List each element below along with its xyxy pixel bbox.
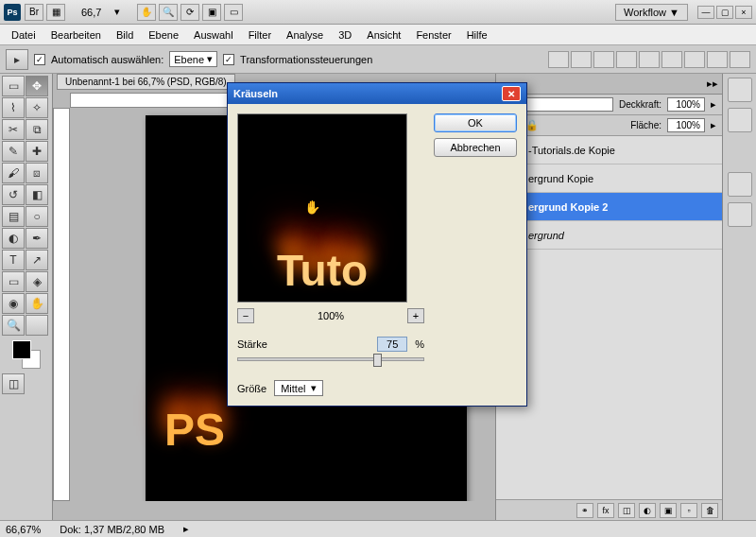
transform-label: Transformationssteuerungen <box>240 54 372 65</box>
menu-3d[interactable]: 3D <box>331 27 359 43</box>
dodge-tool[interactable]: ◐ <box>2 228 25 249</box>
none <box>26 315 48 336</box>
fill-label: Fläche: <box>630 120 662 130</box>
history-tool[interactable]: ↺ <box>2 184 25 205</box>
arrange-icon[interactable]: ▭ <box>224 4 243 21</box>
align-icon[interactable] <box>662 51 682 68</box>
fx-icon[interactable]: fx <box>597 503 614 518</box>
menu-window[interactable]: Fenster <box>408 27 458 43</box>
gradient-tool[interactable]: ▤ <box>2 206 25 227</box>
blur-tool[interactable]: ○ <box>26 206 48 227</box>
layer-row[interactable]: ergrund Kopie <box>496 165 722 193</box>
shape-tool[interactable]: ▭ <box>2 271 25 292</box>
distrib-icon[interactable] <box>684 51 705 68</box>
layer-row[interactable]: -Tutorials.de Kopie <box>496 136 722 165</box>
bridge-icon[interactable]: Br <box>25 4 43 21</box>
layer-row[interactable]: ergrund <box>496 221 722 250</box>
cam-tool[interactable]: ◉ <box>2 293 25 314</box>
strength-input[interactable] <box>377 337 407 352</box>
size-dropdown[interactable]: Mittel▾ <box>274 380 323 396</box>
zoom-level: 100% <box>318 310 344 321</box>
color-panel-icon[interactable] <box>728 172 752 197</box>
distrib-icon[interactable] <box>707 51 728 68</box>
wand-tool[interactable]: ✧ <box>26 97 48 118</box>
align-icon[interactable] <box>571 51 592 68</box>
canvas-text: PS <box>164 404 225 456</box>
workspace-switcher[interactable]: Workflow ▼ <box>615 4 688 21</box>
autoselect-target[interactable]: Ebene ▾ <box>169 51 217 67</box>
adj-icon[interactable]: ◐ <box>639 503 656 518</box>
autoselect-checkbox[interactable]: ✓ <box>34 54 45 65</box>
status-zoom[interactable]: 66,67% <box>6 524 41 535</box>
dialog-close-icon[interactable]: ✕ <box>502 86 521 101</box>
film-icon[interactable]: ▦ <box>46 4 65 21</box>
heal-tool[interactable]: ✚ <box>26 141 48 162</box>
preview-text: Tuto <box>277 245 368 296</box>
trash-icon[interactable]: 🗑 <box>701 503 718 518</box>
lasso-tool[interactable]: ⌇ <box>2 97 25 118</box>
menu-layer[interactable]: Ebene <box>141 27 186 43</box>
tool-preset-icon[interactable]: ▸ <box>6 49 28 70</box>
ok-button[interactable]: OK <box>434 113 517 132</box>
eyedrop-tool[interactable]: ✎ <box>2 141 25 162</box>
styles-panel-icon[interactable] <box>728 202 752 227</box>
menu-filter[interactable]: Filter <box>241 27 279 43</box>
brush-tool[interactable]: 🖌 <box>2 163 25 183</box>
layer-row[interactable]: ergrund Kopie 2 <box>496 193 722 221</box>
restore-button[interactable]: ▢ <box>716 6 733 19</box>
path-tool[interactable]: ↗ <box>26 250 48 270</box>
zoom-readout[interactable]: 66,7 <box>76 5 107 20</box>
menu-file[interactable]: Datei <box>4 27 43 43</box>
menu-edit[interactable]: Bearbeiten <box>43 27 109 43</box>
align-icon[interactable] <box>616 51 637 68</box>
autoselect-label: Automatisch auswählen: <box>51 54 163 65</box>
status-doc[interactable]: Dok: 1,37 MB/2,80 MB <box>60 524 164 535</box>
zoom-in-button[interactable]: + <box>407 308 424 323</box>
color-swatch[interactable] <box>12 340 41 369</box>
zoom-out-button[interactable]: − <box>237 308 254 323</box>
stamp-tool[interactable]: ⧇ <box>26 163 48 183</box>
distrib-icon[interactable] <box>730 51 750 68</box>
document-tab[interactable]: Unbenannt-1 bei 66,7% (PSD, RGB/8) <box>57 74 235 90</box>
menu-help[interactable]: Hilfe <box>459 27 495 43</box>
char-panel-icon[interactable] <box>728 78 752 102</box>
quickmask-tool[interactable]: ◫ <box>2 373 25 394</box>
move-tool[interactable]: ✥ <box>26 76 48 96</box>
opacity-field[interactable]: 100% <box>667 97 705 112</box>
menu-image[interactable]: Bild <box>109 27 141 43</box>
align-icon[interactable] <box>593 51 614 68</box>
folder-icon[interactable]: ▣ <box>660 503 677 518</box>
link-icon[interactable]: ⚭ <box>576 503 593 518</box>
hand-icon[interactable]: ✋ <box>137 4 156 21</box>
opacity-label: Deckkraft: <box>619 99 662 110</box>
menu-select[interactable]: Auswahl <box>186 27 241 43</box>
transform-checkbox[interactable]: ✓ <box>223 54 234 65</box>
layer-list: -Tutorials.de Kopie ergrund Kopie ergrun… <box>496 136 722 499</box>
type-tool[interactable]: T <box>2 250 25 270</box>
marquee-tool[interactable]: ▭ <box>2 76 25 96</box>
menu-analyse[interactable]: Analyse <box>279 27 331 43</box>
close-button[interactable]: × <box>735 6 752 19</box>
screen-mode-icon[interactable]: ▣ <box>202 4 221 21</box>
mask-icon[interactable]: ◫ <box>618 503 635 518</box>
zoom-tool[interactable]: 🔍 <box>2 315 25 336</box>
cancel-button[interactable]: Abbrechen <box>434 138 517 157</box>
pen-tool[interactable]: ✒ <box>26 228 48 249</box>
zoom-icon[interactable]: 🔍 <box>159 4 178 21</box>
preview-area[interactable]: Tuto ✋ <box>237 113 407 303</box>
hand-tool[interactable]: ✋ <box>26 293 48 314</box>
new-icon[interactable]: ▫ <box>680 503 697 518</box>
3d-tool[interactable]: ◈ <box>26 271 48 292</box>
align-icon[interactable] <box>639 51 660 68</box>
rotate-icon[interactable]: ⟳ <box>180 4 199 21</box>
slice-tool[interactable]: ⧉ <box>26 119 48 140</box>
menu-bar: Datei Bearbeiten Bild Ebene Auswahl Filt… <box>0 25 756 45</box>
align-icon[interactable] <box>548 51 569 68</box>
crop-tool[interactable]: ✂ <box>2 119 25 140</box>
eraser-tool[interactable]: ◧ <box>26 184 48 205</box>
minimize-button[interactable]: — <box>697 6 714 19</box>
strength-slider[interactable] <box>237 357 424 361</box>
para-panel-icon[interactable] <box>728 108 752 132</box>
fill-field[interactable]: 100% <box>667 118 705 132</box>
menu-view[interactable]: Ansicht <box>359 27 408 43</box>
